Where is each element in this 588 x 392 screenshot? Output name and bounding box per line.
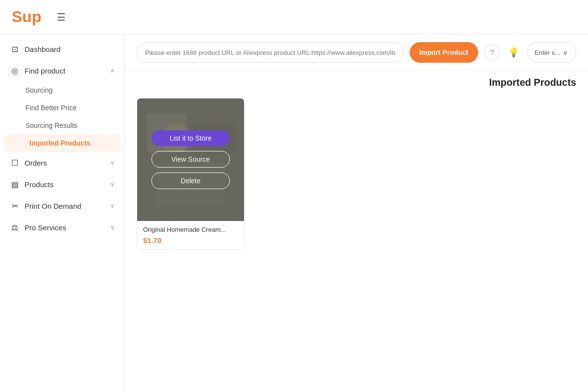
sidebar-item-orders[interactable]: ☐ Orders ∨ [0,152,124,173]
menu-toggle-icon[interactable]: ☰ [57,11,66,23]
chevron-down-icon-pro: ∨ [110,224,115,231]
print-on-demand-icon: ✂ [10,201,20,211]
orders-icon: ☐ [10,158,20,168]
sidebar-item-pro-services[interactable]: ⚖ Pro Services ∨ [0,217,124,238]
sidebar-subitem-sourcing-results[interactable]: Sourcing Results [0,117,124,134]
help-icon[interactable]: ? [484,45,500,60]
main-layout: ⊡ Dashboard ◎ Find product ∧ Sourcing Fi… [0,34,588,392]
sidebar-item-dashboard[interactable]: ⊡ Dashboard [0,38,124,60]
product-card-overlay: List it to Store View Source Delete [137,98,244,221]
import-product-button[interactable]: Import Product [410,42,478,63]
sidebar-label-find-product: Find product [24,67,105,75]
view-source-button[interactable]: View Source [151,151,230,168]
sidebar-item-print-on-demand[interactable]: ✂ Print On Demand ∨ [0,195,124,217]
sidebar-subitem-imported-products[interactable]: Imported Products [4,134,121,152]
list-to-store-button[interactable]: List it to Store [151,130,230,146]
sidebar-label-pro-services: Pro Services [24,223,105,232]
product-grid: List it to Store View Source Delete Orig… [137,98,576,250]
sidebar-subitem-find-better-price[interactable]: Find Better Price [0,99,124,117]
product-url-input[interactable] [137,42,404,63]
content-area: List it to Store View Source Delete Orig… [125,88,588,392]
product-image-wrap: List it to Store View Source Delete [137,98,244,221]
products-icon: ▤ [10,179,20,189]
bulb-icon[interactable]: 💡 [506,45,521,60]
product-name: Original Homemade Cream... [143,226,238,233]
dashboard-icon: ⊡ [10,44,20,54]
sidebar-label-print-on-demand: Print On Demand [24,202,105,210]
store-selector-chevron: ∨ [563,49,568,56]
page-title: Imported Products [489,77,576,88]
app-logo: Sup [12,8,41,26]
chevron-down-icon-pod: ∨ [110,202,115,209]
store-selector-label: Enter s... [535,49,560,56]
sidebar-label-dashboard: Dashboard [24,45,115,53]
page-header: Imported Products [125,71,588,88]
product-info: Original Homemade Cream... $1.70 [137,221,244,249]
find-product-icon: ◎ [10,66,20,75]
sidebar-subitem-sourcing[interactable]: Sourcing [0,81,124,99]
product-card[interactable]: List it to Store View Source Delete Orig… [137,98,245,250]
sidebar-item-find-product[interactable]: ◎ Find product ∧ [0,60,124,81]
sidebar-label-products: Products [24,180,105,189]
import-topbar: Import Product ? 💡 Enter s... ∨ [125,34,588,71]
chevron-down-icon: ∨ [110,159,115,166]
product-price: $1.70 [143,236,238,245]
app-header: Sup ☰ [0,0,588,34]
sidebar-label-orders: Orders [24,159,105,167]
sidebar: ⊡ Dashboard ◎ Find product ∧ Sourcing Fi… [0,34,125,392]
pro-services-icon: ⚖ [10,222,20,232]
delete-product-button[interactable]: Delete [151,172,230,189]
store-selector[interactable]: Enter s... ∨ [527,42,576,63]
main-content: Import Product ? 💡 Enter s... ∨ Imported… [125,34,588,392]
chevron-down-icon-products: ∨ [110,181,115,188]
chevron-up-icon: ∧ [110,67,115,74]
sidebar-item-products[interactable]: ▤ Products ∨ [0,173,124,195]
